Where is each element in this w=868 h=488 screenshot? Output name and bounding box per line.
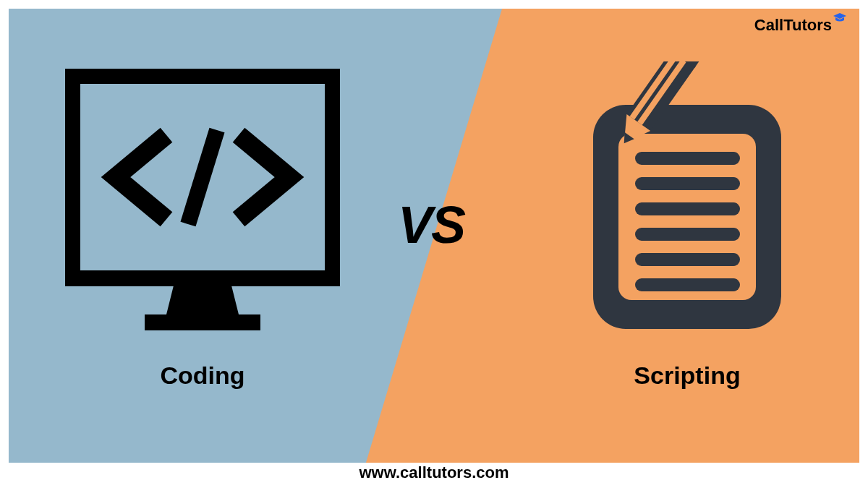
svg-rect-6	[635, 177, 740, 190]
left-label: Coding	[65, 361, 340, 390]
notepad-pencil-icon	[571, 61, 796, 336]
comparison-graphic: CallTutors Coding	[0, 0, 868, 488]
svg-line-2	[188, 130, 217, 224]
right-label: Scripting	[564, 361, 810, 390]
graduation-cap-icon	[833, 13, 846, 25]
svg-rect-8	[635, 228, 740, 241]
svg-rect-1	[145, 314, 260, 330]
brand-text: CallTutors	[754, 16, 832, 35]
svg-rect-7	[635, 202, 740, 215]
footer-url: www.calltutors.com	[0, 463, 868, 482]
brand-logo: CallTutors	[754, 16, 846, 35]
vs-text: VS	[398, 195, 464, 254]
svg-rect-10	[635, 278, 740, 291]
code-monitor-icon	[65, 69, 340, 343]
svg-rect-9	[635, 253, 740, 266]
svg-rect-5	[635, 152, 740, 165]
